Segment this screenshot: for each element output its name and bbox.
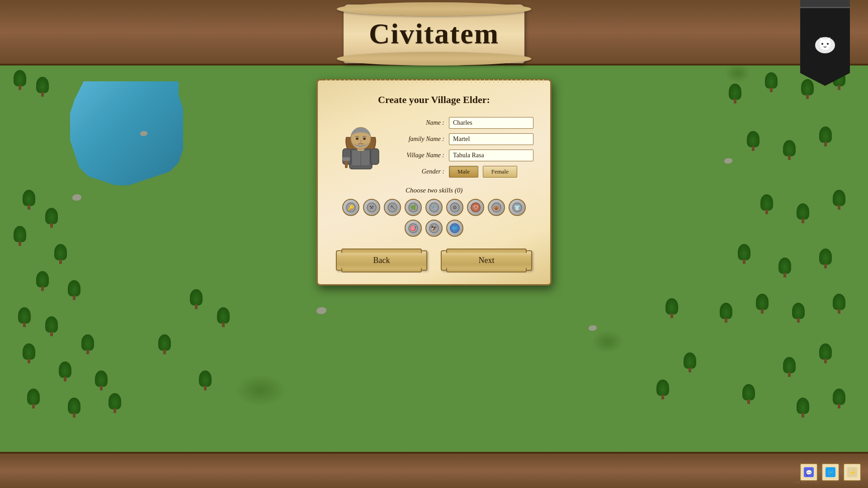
- skill-button-11[interactable]: 🦅: [425, 220, 443, 237]
- gender-section: Male Female: [449, 166, 517, 178]
- svg-point-10: [356, 138, 359, 140]
- tree: [23, 343, 35, 360]
- skill-button-3[interactable]: ⛏: [384, 199, 401, 216]
- title-scroll: Civitatem: [344, 5, 524, 63]
- skill-button-8[interactable]: 👜: [488, 199, 505, 216]
- tree: [742, 384, 755, 400]
- svg-text:⚡: ⚡: [849, 469, 856, 476]
- name-input[interactable]: [449, 117, 533, 129]
- skills-row: 🔑 ⚒ ⛏ 🌿 🔧 ⚙ 🛡 👜 👕: [336, 199, 532, 237]
- skill-button-9[interactable]: 👕: [509, 199, 526, 216]
- tree: [797, 398, 809, 414]
- rock: [589, 325, 597, 331]
- next-button[interactable]: Next: [441, 250, 532, 271]
- tree: [765, 72, 778, 89]
- notifications-button[interactable]: ⚡: [843, 463, 861, 481]
- svg-text:🐦: 🐦: [452, 225, 458, 231]
- banner: [800, 0, 850, 86]
- tree: [14, 70, 26, 86]
- skills-section: Choose two skills (0) 🔑 ⚒ ⛏ 🌿 🔧 ⚙ 🛡: [336, 187, 532, 237]
- tree: [68, 398, 80, 414]
- tree: [59, 361, 71, 378]
- dialog-title: Create your Village Elder:: [336, 94, 532, 106]
- rock: [72, 194, 81, 201]
- tree: [190, 289, 203, 305]
- gender-row: Gender : Male Female: [395, 166, 533, 178]
- tree: [783, 357, 796, 373]
- family-name-input[interactable]: [449, 133, 533, 145]
- tree: [68, 280, 80, 296]
- bottom-border: [0, 452, 868, 488]
- tree: [36, 271, 49, 287]
- tree: [756, 294, 769, 310]
- character-svg: [338, 119, 383, 174]
- svg-point-1: [821, 43, 823, 45]
- svg-text:🛡: 🛡: [473, 205, 478, 210]
- tree: [108, 393, 121, 409]
- skill-button-10[interactable]: 🎯: [405, 220, 422, 237]
- tree: [783, 140, 796, 156]
- skill-button-5[interactable]: 🔧: [425, 199, 443, 216]
- twitter-button[interactable]: 🐦: [821, 463, 840, 481]
- svg-text:⚙: ⚙: [453, 205, 457, 210]
- svg-text:👜: 👜: [493, 204, 500, 211]
- skill-button-6[interactable]: ⚙: [446, 199, 463, 216]
- tree: [656, 380, 669, 396]
- skill-button-2[interactable]: ⚒: [363, 199, 380, 216]
- female-button[interactable]: Female: [483, 166, 517, 178]
- tree: [45, 316, 58, 333]
- discord-button[interactable]: 💬: [800, 463, 818, 481]
- svg-text:🔑: 🔑: [348, 204, 354, 211]
- banner-top: [797, 0, 854, 8]
- tree: [158, 334, 171, 351]
- svg-text:🔧: 🔧: [431, 204, 437, 211]
- character-section: Name : family Name : Village Name : Gend…: [336, 117, 532, 178]
- svg-point-2: [827, 43, 829, 45]
- water-lake: [70, 81, 183, 185]
- svg-text:💬: 💬: [806, 469, 812, 476]
- tree: [18, 307, 31, 324]
- version-text: ver RC 0.99: [794, 479, 818, 484]
- character-portrait: [336, 117, 386, 176]
- tree: [747, 131, 760, 147]
- tree: [760, 194, 773, 211]
- svg-point-11: [363, 138, 366, 140]
- tree: [23, 190, 35, 206]
- rock: [140, 131, 147, 136]
- svg-rect-7: [371, 149, 379, 164]
- tree: [27, 389, 40, 405]
- tree: [14, 226, 26, 242]
- tree: [720, 303, 732, 319]
- game-title: Civitatem: [369, 17, 499, 51]
- rock: [316, 307, 326, 314]
- svg-text:🌿: 🌿: [410, 204, 416, 211]
- form-section: Name : family Name : Village Name : Gend…: [395, 117, 533, 178]
- back-button[interactable]: Back: [336, 250, 427, 271]
- svg-text:⚒: ⚒: [369, 205, 374, 210]
- tree: [833, 294, 845, 310]
- svg-text:⛏: ⛏: [390, 205, 395, 210]
- tree: [797, 203, 809, 220]
- tree: [819, 343, 832, 360]
- tree: [199, 371, 212, 387]
- tree: [819, 127, 832, 143]
- male-button[interactable]: Male: [449, 166, 478, 178]
- village-name-row: Village Name :: [395, 150, 533, 161]
- tree: [54, 244, 67, 260]
- tree: [81, 334, 94, 351]
- village-name-input[interactable]: [449, 150, 533, 161]
- tree: [684, 352, 696, 369]
- village-name-label: Village Name :: [395, 152, 444, 159]
- svg-rect-13: [343, 157, 350, 161]
- skill-button-12[interactable]: 🐦: [446, 220, 463, 237]
- tree: [36, 77, 49, 93]
- skill-button-1[interactable]: 🔑: [342, 199, 359, 216]
- svg-text:👕: 👕: [514, 204, 520, 211]
- action-buttons: Back Next: [336, 250, 532, 271]
- tree: [217, 307, 230, 324]
- tree: [833, 190, 845, 206]
- tree: [792, 303, 805, 319]
- rock: [724, 158, 732, 164]
- skill-button-4[interactable]: 🌿: [405, 199, 422, 216]
- skill-button-7[interactable]: 🛡: [467, 199, 484, 216]
